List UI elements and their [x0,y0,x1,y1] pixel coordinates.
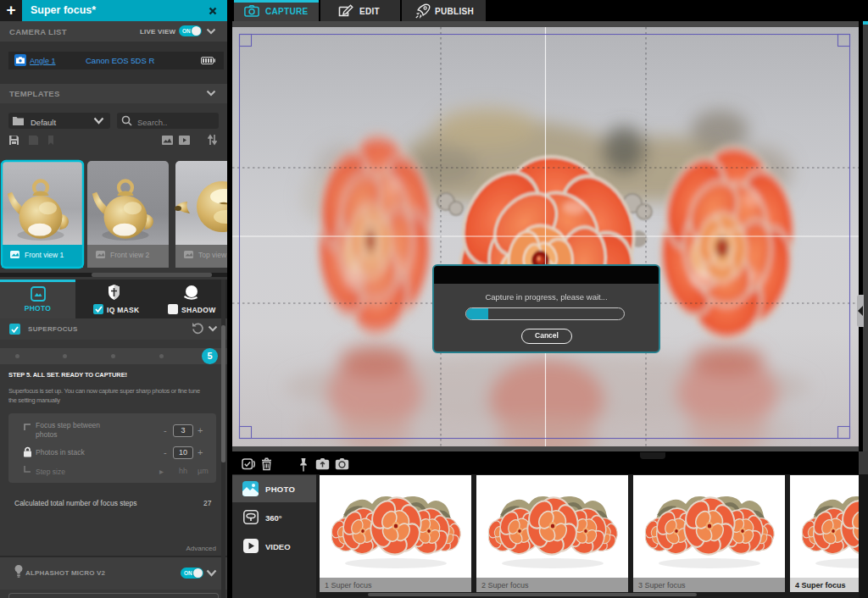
svg-text:3 Super focus: 3 Super focus [638,581,686,590]
svg-text:Top view: Top view [198,251,227,259]
svg-text:2 Super focus: 2 Super focus [481,581,529,590]
svg-text:4 Super focus: 4 Super focus [795,581,846,590]
svg-text:Front view 2: Front view 2 [110,251,150,259]
svg-text:Front view 1: Front view 1 [25,251,64,259]
svg-text:1 Super focus: 1 Super focus [325,581,372,590]
